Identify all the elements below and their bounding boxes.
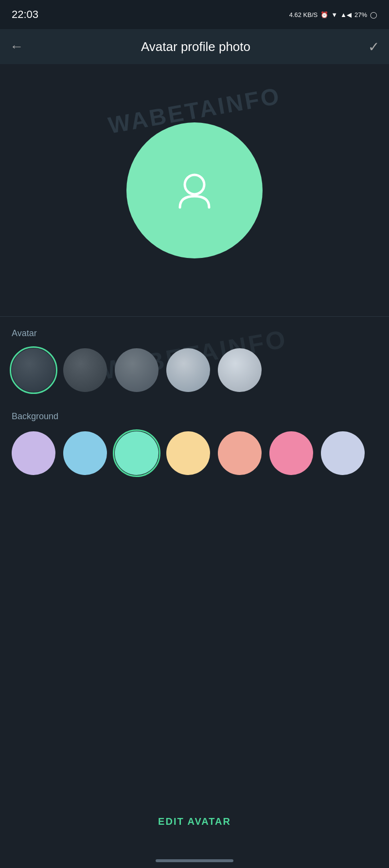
avatar-section: Avatar xyxy=(0,317,389,404)
bg-color-salmon[interactable] xyxy=(218,431,262,475)
alarm-icon: ⏰ xyxy=(320,11,328,18)
bg-color-yellow[interactable] xyxy=(166,431,210,475)
avatar-color-dark1[interactable] xyxy=(12,348,55,392)
back-button[interactable]: ← xyxy=(10,39,23,54)
edit-avatar-container: EDIT AVATAR xyxy=(0,804,389,839)
bg-color-mint[interactable] xyxy=(115,431,159,475)
status-time: 22:03 xyxy=(12,8,38,21)
app-bar: ← Avatar profile photo ✓ xyxy=(0,29,389,64)
svg-point-0 xyxy=(185,175,204,194)
status-bar: 22:03 4.62 KB/S ⏰ ▼ ▲◀ 27% ◯ xyxy=(0,0,389,29)
avatar-preview-area xyxy=(0,64,389,317)
bg-color-purple[interactable] xyxy=(12,431,55,475)
page-title: Avatar profile photo xyxy=(31,39,360,54)
network-speed: 4.62 KB/S xyxy=(289,11,318,18)
home-indicator xyxy=(156,859,233,862)
battery-icon: ◯ xyxy=(370,11,377,18)
bg-color-pink[interactable] xyxy=(269,431,313,475)
confirm-button[interactable]: ✓ xyxy=(368,39,379,55)
bg-color-lavender[interactable] xyxy=(321,431,365,475)
avatar-circle xyxy=(126,122,263,258)
avatar-section-label: Avatar xyxy=(12,328,377,339)
edit-avatar-button[interactable]: EDIT AVATAR xyxy=(158,816,231,827)
avatar-user-icon xyxy=(170,166,219,215)
avatar-color-dark3[interactable] xyxy=(115,348,159,392)
background-section-label: Background xyxy=(12,411,377,422)
status-icons: 4.62 KB/S ⏰ ▼ ▲◀ 27% ◯ xyxy=(289,11,377,18)
avatar-color-light1[interactable] xyxy=(166,348,210,392)
avatar-color-row xyxy=(12,348,377,396)
background-section: Background xyxy=(0,404,389,491)
avatar-color-light2[interactable] xyxy=(218,348,262,392)
background-color-row xyxy=(12,431,377,479)
bg-color-blue[interactable] xyxy=(63,431,107,475)
battery-percent: 27% xyxy=(354,11,367,18)
signal-icon: ▲◀ xyxy=(340,11,352,18)
avatar-color-dark2[interactable] xyxy=(63,348,107,392)
wifi-icon: ▼ xyxy=(331,11,337,18)
